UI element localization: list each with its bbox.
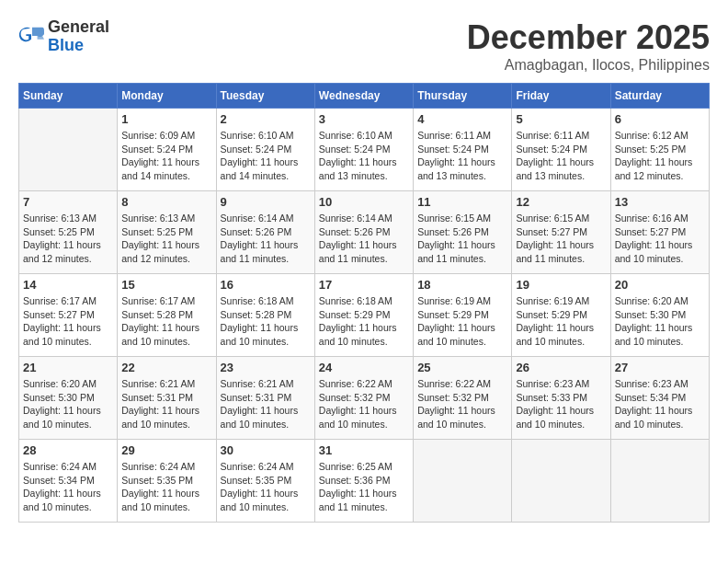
calendar-cell: 9Sunrise: 6:14 AMSunset: 5:26 PMDaylight… bbox=[216, 191, 314, 274]
day-info: Sunrise: 6:18 AMSunset: 5:28 PMDaylight:… bbox=[221, 294, 311, 349]
day-info: Sunrise: 6:19 AMSunset: 5:29 PMDaylight:… bbox=[516, 294, 606, 349]
day-info: Sunrise: 6:23 AMSunset: 5:33 PMDaylight:… bbox=[516, 377, 606, 431]
weekday-header-saturday: Saturday bbox=[610, 84, 709, 109]
calendar-cell bbox=[19, 109, 118, 191]
day-number: 17 bbox=[319, 278, 409, 292]
day-number: 20 bbox=[615, 278, 705, 292]
day-info: Sunrise: 6:17 AMSunset: 5:27 PMDaylight:… bbox=[23, 294, 113, 349]
day-number: 4 bbox=[417, 112, 507, 126]
calendar-cell: 15Sunrise: 6:17 AMSunset: 5:28 PMDayligh… bbox=[118, 274, 216, 357]
page-header: General Blue December 2025 Amagbagan, Il… bbox=[18, 18, 710, 74]
logo-blue-text: Blue bbox=[48, 37, 109, 55]
day-number: 7 bbox=[23, 195, 113, 209]
logo-icon bbox=[18, 24, 44, 50]
location-title: Amagbagan, Ilocos, Philippines bbox=[467, 57, 710, 74]
calendar-cell: 29Sunrise: 6:24 AMSunset: 5:35 PMDayligh… bbox=[118, 440, 216, 523]
day-number: 19 bbox=[516, 278, 606, 292]
weekday-header-friday: Friday bbox=[512, 84, 610, 109]
day-info: Sunrise: 6:22 AMSunset: 5:32 PMDaylight:… bbox=[319, 377, 409, 431]
day-info: Sunrise: 6:22 AMSunset: 5:32 PMDaylight:… bbox=[417, 377, 507, 431]
calendar-week-row-4: 28Sunrise: 6:24 AMSunset: 5:34 PMDayligh… bbox=[19, 440, 710, 523]
calendar-cell: 17Sunrise: 6:18 AMSunset: 5:29 PMDayligh… bbox=[314, 274, 413, 357]
day-info: Sunrise: 6:24 AMSunset: 5:34 PMDaylight:… bbox=[23, 460, 113, 514]
calendar-cell bbox=[414, 440, 512, 523]
day-number: 10 bbox=[319, 195, 409, 209]
calendar-cell: 3Sunrise: 6:10 AMSunset: 5:24 PMDaylight… bbox=[314, 109, 413, 191]
weekday-header-row: SundayMondayTuesdayWednesdayThursdayFrid… bbox=[19, 84, 710, 109]
day-number: 25 bbox=[417, 361, 507, 374]
calendar-cell: 22Sunrise: 6:21 AMSunset: 5:31 PMDayligh… bbox=[118, 357, 216, 440]
calendar-cell: 28Sunrise: 6:24 AMSunset: 5:34 PMDayligh… bbox=[19, 440, 118, 523]
day-number: 18 bbox=[417, 278, 507, 292]
day-number: 14 bbox=[23, 278, 113, 292]
day-info: Sunrise: 6:24 AMSunset: 5:35 PMDaylight:… bbox=[221, 460, 311, 514]
calendar-week-row-2: 14Sunrise: 6:17 AMSunset: 5:27 PMDayligh… bbox=[19, 274, 710, 357]
day-number: 16 bbox=[221, 278, 311, 292]
day-number: 30 bbox=[221, 443, 311, 457]
day-number: 22 bbox=[121, 361, 211, 374]
calendar-cell: 6Sunrise: 6:12 AMSunset: 5:25 PMDaylight… bbox=[610, 109, 709, 191]
calendar-cell: 30Sunrise: 6:24 AMSunset: 5:35 PMDayligh… bbox=[216, 440, 314, 523]
day-number: 31 bbox=[319, 443, 409, 457]
day-info: Sunrise: 6:19 AMSunset: 5:29 PMDaylight:… bbox=[417, 294, 507, 349]
day-info: Sunrise: 6:16 AMSunset: 5:27 PMDaylight:… bbox=[615, 212, 705, 266]
day-number: 11 bbox=[417, 195, 507, 209]
calendar-table: SundayMondayTuesdayWednesdayThursdayFrid… bbox=[18, 83, 710, 523]
day-number: 23 bbox=[221, 361, 311, 374]
day-number: 29 bbox=[121, 443, 211, 457]
calendar-week-row-3: 21Sunrise: 6:20 AMSunset: 5:30 PMDayligh… bbox=[19, 357, 710, 440]
day-number: 6 bbox=[615, 112, 705, 126]
weekday-header-wednesday: Wednesday bbox=[314, 84, 413, 109]
calendar-cell: 1Sunrise: 6:09 AMSunset: 5:24 PMDaylight… bbox=[118, 109, 216, 191]
weekday-header-thursday: Thursday bbox=[414, 84, 512, 109]
title-section: December 2025 Amagbagan, Ilocos, Philipp… bbox=[467, 18, 710, 74]
calendar-cell: 13Sunrise: 6:16 AMSunset: 5:27 PMDayligh… bbox=[610, 191, 709, 274]
day-number: 5 bbox=[516, 112, 606, 126]
calendar-cell: 26Sunrise: 6:23 AMSunset: 5:33 PMDayligh… bbox=[512, 357, 610, 440]
calendar-week-row-1: 7Sunrise: 6:13 AMSunset: 5:25 PMDaylight… bbox=[19, 191, 710, 274]
calendar-cell: 14Sunrise: 6:17 AMSunset: 5:27 PMDayligh… bbox=[19, 274, 118, 357]
day-info: Sunrise: 6:15 AMSunset: 5:26 PMDaylight:… bbox=[417, 212, 507, 266]
day-number: 3 bbox=[319, 112, 409, 126]
calendar-cell: 20Sunrise: 6:20 AMSunset: 5:30 PMDayligh… bbox=[610, 274, 709, 357]
calendar-cell: 19Sunrise: 6:19 AMSunset: 5:29 PMDayligh… bbox=[512, 274, 610, 357]
day-info: Sunrise: 6:14 AMSunset: 5:26 PMDaylight:… bbox=[319, 212, 409, 266]
calendar-cell: 8Sunrise: 6:13 AMSunset: 5:25 PMDaylight… bbox=[118, 191, 216, 274]
day-info: Sunrise: 6:09 AMSunset: 5:24 PMDaylight:… bbox=[121, 129, 211, 183]
calendar-week-row-0: 1Sunrise: 6:09 AMSunset: 5:24 PMDaylight… bbox=[19, 109, 710, 191]
calendar-cell bbox=[610, 440, 709, 523]
calendar-cell: 16Sunrise: 6:18 AMSunset: 5:28 PMDayligh… bbox=[216, 274, 314, 357]
day-info: Sunrise: 6:23 AMSunset: 5:34 PMDaylight:… bbox=[615, 377, 705, 431]
day-number: 21 bbox=[23, 361, 113, 374]
day-info: Sunrise: 6:15 AMSunset: 5:27 PMDaylight:… bbox=[516, 212, 606, 266]
day-number: 28 bbox=[23, 443, 113, 457]
day-info: Sunrise: 6:13 AMSunset: 5:25 PMDaylight:… bbox=[121, 212, 211, 266]
day-info: Sunrise: 6:21 AMSunset: 5:31 PMDaylight:… bbox=[221, 377, 311, 431]
calendar-cell: 24Sunrise: 6:22 AMSunset: 5:32 PMDayligh… bbox=[314, 357, 413, 440]
calendar-cell: 18Sunrise: 6:19 AMSunset: 5:29 PMDayligh… bbox=[414, 274, 512, 357]
month-title: December 2025 bbox=[467, 18, 710, 57]
day-info: Sunrise: 6:10 AMSunset: 5:24 PMDaylight:… bbox=[221, 129, 311, 183]
calendar-cell: 5Sunrise: 6:11 AMSunset: 5:24 PMDaylight… bbox=[512, 109, 610, 191]
day-info: Sunrise: 6:20 AMSunset: 5:30 PMDaylight:… bbox=[23, 377, 113, 431]
day-info: Sunrise: 6:13 AMSunset: 5:25 PMDaylight:… bbox=[23, 212, 113, 266]
day-number: 2 bbox=[221, 112, 311, 126]
day-info: Sunrise: 6:14 AMSunset: 5:26 PMDaylight:… bbox=[221, 212, 311, 266]
day-number: 8 bbox=[121, 195, 211, 209]
day-number: 13 bbox=[615, 195, 705, 209]
day-number: 12 bbox=[516, 195, 606, 209]
calendar-cell: 4Sunrise: 6:11 AMSunset: 5:24 PMDaylight… bbox=[414, 109, 512, 191]
logo-text: General Blue bbox=[48, 18, 109, 55]
day-info: Sunrise: 6:25 AMSunset: 5:36 PMDaylight:… bbox=[319, 460, 409, 514]
day-info: Sunrise: 6:17 AMSunset: 5:28 PMDaylight:… bbox=[121, 294, 211, 349]
calendar-cell: 2Sunrise: 6:10 AMSunset: 5:24 PMDaylight… bbox=[216, 109, 314, 191]
weekday-header-tuesday: Tuesday bbox=[216, 84, 314, 109]
calendar-cell: 7Sunrise: 6:13 AMSunset: 5:25 PMDaylight… bbox=[19, 191, 118, 274]
calendar-cell: 27Sunrise: 6:23 AMSunset: 5:34 PMDayligh… bbox=[610, 357, 709, 440]
day-info: Sunrise: 6:20 AMSunset: 5:30 PMDaylight:… bbox=[615, 294, 705, 349]
calendar-cell bbox=[512, 440, 610, 523]
calendar-cell: 25Sunrise: 6:22 AMSunset: 5:32 PMDayligh… bbox=[414, 357, 512, 440]
day-number: 26 bbox=[516, 361, 606, 374]
calendar-cell: 11Sunrise: 6:15 AMSunset: 5:26 PMDayligh… bbox=[414, 191, 512, 274]
day-number: 1 bbox=[121, 112, 211, 126]
